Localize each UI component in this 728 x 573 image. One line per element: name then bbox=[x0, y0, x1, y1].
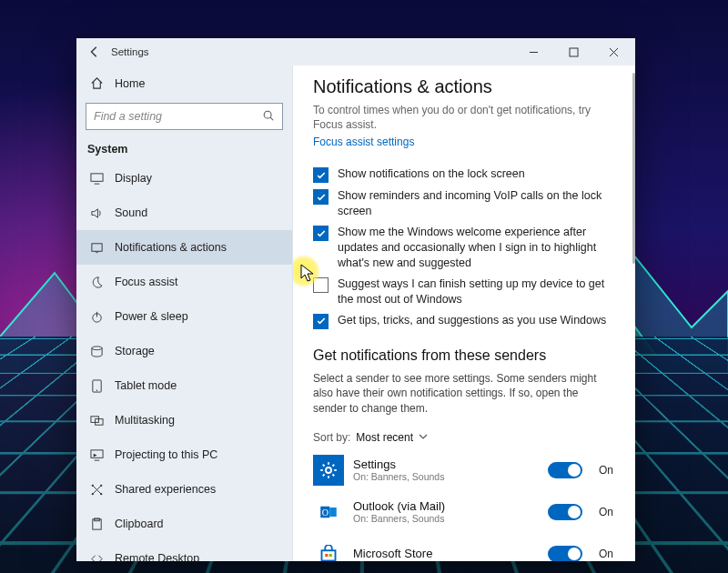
sender-row-microsoft-store[interactable]: Microsoft StoreOn bbox=[313, 533, 613, 561]
store-app-icon bbox=[313, 538, 344, 561]
svg-point-17 bbox=[91, 493, 93, 495]
checkbox-label: Get tips, tricks, and suggestions as you… bbox=[338, 313, 606, 328]
sidebar-item-notifications-actions[interactable]: Notifications & actions bbox=[76, 230, 292, 265]
sidebar-home-label: Home bbox=[115, 77, 145, 90]
sidebar-item-clipboard[interactable]: Clipboard bbox=[76, 507, 292, 541]
checkbox-row-0[interactable]: Show notifications on the lock screen bbox=[313, 166, 613, 183]
checkbox-row-2[interactable]: Show me the Windows welcome experience a… bbox=[313, 225, 613, 271]
content-pane: Notifications & actions To control times… bbox=[293, 65, 635, 561]
checkbox[interactable] bbox=[313, 314, 329, 329]
sidebar-item-label: Notifications & actions bbox=[115, 241, 227, 254]
window-title: Settings bbox=[107, 46, 149, 57]
sidebar-item-focus-assist[interactable]: Focus assist bbox=[76, 265, 292, 299]
sidebar-item-remote-desktop[interactable]: Remote Desktop bbox=[76, 541, 292, 561]
svg-point-21 bbox=[326, 467, 331, 473]
sidebar-item-power-sleep[interactable]: Power & sleep bbox=[76, 299, 292, 334]
checkbox-row-4[interactable]: Get tips, tricks, and suggestions as you… bbox=[313, 313, 613, 329]
checkbox-row-3[interactable]: Suggest ways I can finish setting up my … bbox=[313, 276, 613, 307]
sidebar: Home System DisplaySoundNotifications & … bbox=[76, 65, 293, 561]
clipboard-icon bbox=[89, 518, 104, 531]
sidebar-item-display[interactable]: Display bbox=[76, 161, 292, 196]
svg-point-9 bbox=[91, 346, 101, 349]
search-icon bbox=[262, 109, 275, 125]
minimize-button[interactable] bbox=[513, 39, 553, 65]
sender-toggle[interactable] bbox=[548, 546, 582, 561]
multitasking-icon bbox=[89, 414, 104, 427]
svg-point-15 bbox=[91, 484, 93, 486]
sender-row-settings[interactable]: SettingsOn: Banners, SoundsOn bbox=[313, 449, 613, 491]
svg-rect-4 bbox=[90, 173, 102, 180]
scrollbar-track[interactable] bbox=[632, 65, 635, 561]
storage-icon bbox=[89, 345, 104, 358]
close-button[interactable] bbox=[593, 39, 633, 65]
power-icon bbox=[89, 310, 104, 324]
sidebar-item-shared-experiences[interactable]: Shared experiences bbox=[76, 472, 292, 507]
search-box[interactable] bbox=[86, 103, 283, 130]
sidebar-item-label: Sound bbox=[115, 206, 147, 219]
mouse-cursor bbox=[300, 264, 315, 284]
outlook-app-icon: O bbox=[313, 497, 344, 528]
home-icon bbox=[89, 76, 104, 90]
notifications-icon bbox=[89, 241, 104, 255]
sidebar-list: DisplaySoundNotifications & actionsFocus… bbox=[76, 161, 292, 561]
svg-rect-24 bbox=[329, 508, 337, 517]
svg-text:O: O bbox=[322, 508, 329, 518]
checkbox-label: Show me the Windows welcome experience a… bbox=[338, 225, 613, 271]
sender-toggle-label: On bbox=[599, 548, 613, 560]
senders-help: Select a sender to see more settings. So… bbox=[313, 371, 613, 417]
sidebar-item-label: Tablet mode bbox=[115, 379, 177, 392]
shared-experiences-icon bbox=[89, 483, 104, 497]
checkbox[interactable] bbox=[313, 189, 329, 205]
sidebar-item-label: Remote Desktop bbox=[115, 552, 199, 561]
sidebar-item-label: Display bbox=[115, 172, 152, 185]
scrollbar-thumb[interactable] bbox=[632, 73, 635, 264]
svg-rect-6 bbox=[91, 243, 101, 250]
display-icon bbox=[89, 172, 104, 186]
sidebar-item-storage[interactable]: Storage bbox=[76, 334, 292, 368]
senders-heading: Get notifications from these senders bbox=[313, 347, 613, 364]
sender-toggle[interactable] bbox=[548, 462, 582, 478]
focus-assist-link[interactable]: Focus assist settings bbox=[313, 136, 414, 148]
sender-sub: On: Banners, Sounds bbox=[353, 513, 445, 524]
titlebar: Settings bbox=[76, 38, 635, 65]
sidebar-item-sound[interactable]: Sound bbox=[76, 196, 292, 230]
sender-toggle-label: On bbox=[599, 506, 613, 518]
checkbox-label: Show notifications on the lock screen bbox=[338, 166, 525, 182]
search-input[interactable] bbox=[94, 110, 262, 123]
svg-line-3 bbox=[270, 117, 273, 120]
checkbox-row-1[interactable]: Show reminders and incoming VoIP calls o… bbox=[313, 188, 613, 219]
sound-icon bbox=[89, 206, 104, 220]
sidebar-item-tablet-mode[interactable]: Tablet mode bbox=[76, 368, 292, 403]
maximize-button[interactable] bbox=[553, 39, 593, 65]
checkbox[interactable] bbox=[313, 226, 329, 241]
checkbox[interactable] bbox=[313, 167, 329, 183]
remote-desktop-icon bbox=[89, 552, 104, 562]
tablet-icon bbox=[89, 379, 104, 393]
settings-app-icon bbox=[313, 455, 344, 486]
svg-rect-26 bbox=[325, 554, 328, 557]
sidebar-section-label: System bbox=[76, 137, 292, 161]
sidebar-home[interactable]: Home bbox=[76, 69, 292, 97]
svg-rect-25 bbox=[322, 550, 336, 560]
svg-rect-27 bbox=[329, 554, 332, 557]
sort-by-control[interactable]: Sort by: Most recent bbox=[313, 431, 613, 444]
sender-toggle[interactable] bbox=[548, 504, 582, 520]
sort-by-label: Sort by: bbox=[313, 431, 350, 444]
checkbox-label: Suggest ways I can finish setting up my … bbox=[338, 276, 613, 307]
svg-point-18 bbox=[100, 493, 102, 495]
svg-point-2 bbox=[264, 111, 271, 118]
sidebar-item-multitasking[interactable]: Multitasking bbox=[76, 403, 292, 437]
sidebar-item-projecting-to-this-pc[interactable]: Projecting to this PC bbox=[76, 437, 292, 472]
back-button[interactable] bbox=[82, 39, 107, 65]
checkbox[interactable] bbox=[313, 277, 329, 293]
sender-row-outlook-via-mail-[interactable]: OOutlook (via Mail)On: Banners, SoundsOn bbox=[313, 491, 613, 533]
sidebar-item-label: Clipboard bbox=[115, 518, 164, 530]
page-heading: Notifications & actions bbox=[313, 76, 613, 97]
sender-name: Settings bbox=[353, 457, 444, 471]
checkbox-label: Show reminders and incoming VoIP calls o… bbox=[338, 188, 613, 219]
svg-point-16 bbox=[100, 484, 102, 486]
sender-name: Microsoft Store bbox=[353, 547, 432, 560]
chevron-down-icon bbox=[419, 431, 428, 444]
sort-by-value: Most recent bbox=[356, 431, 413, 444]
sidebar-item-label: Projecting to this PC bbox=[115, 448, 217, 461]
